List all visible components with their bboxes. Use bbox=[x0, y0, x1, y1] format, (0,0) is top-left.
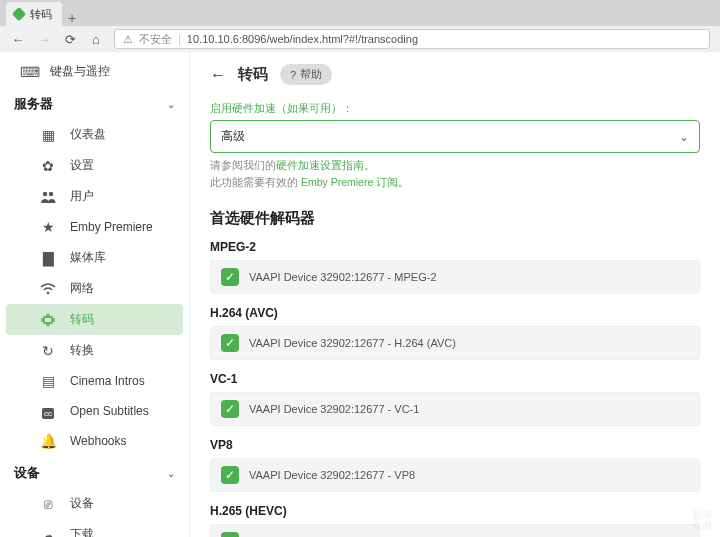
sidebar-item-subtitles[interactable]: cc Open Subtitles bbox=[0, 396, 189, 426]
url-text: 10.10.10.6:8096/web/index.html?#!/transc… bbox=[187, 33, 418, 45]
sidebar-section-devices[interactable]: 设备 ⌄ bbox=[0, 456, 189, 488]
gear-icon: ✿ bbox=[40, 158, 56, 174]
star-icon: ★ bbox=[40, 219, 56, 235]
sidebar-item-label: 媒体库 bbox=[70, 249, 106, 266]
decoder-device-row[interactable]: ✓VAAPI Device 32902:12677 - MPEG-2 bbox=[210, 260, 700, 294]
codec-label: VP8 bbox=[210, 438, 700, 452]
sidebar-item-label: 仪表盘 bbox=[70, 126, 106, 143]
device-label: VAAPI Device 32902:12677 - MPEG-2 bbox=[249, 271, 437, 283]
sidebar-item-label: 转码 bbox=[70, 311, 94, 328]
checkbox-checked-icon[interactable]: ✓ bbox=[221, 532, 239, 537]
svg-rect-3 bbox=[44, 317, 52, 323]
back-icon[interactable]: ← bbox=[10, 32, 26, 47]
device-label: VAAPI Device 32902:12677 - VC-1 bbox=[249, 403, 419, 415]
main-content: ← 转码 ? 帮助 启用硬件加速（如果可用）： 高级 ⌄ 请参阅我们的硬件加速设… bbox=[190, 52, 720, 537]
sync-icon: ↻ bbox=[40, 343, 56, 359]
home-icon[interactable]: ⌂ bbox=[88, 32, 104, 47]
sidebar-item-label: 键盘与遥控 bbox=[50, 63, 110, 80]
sidebar-item-settings[interactable]: ✿ 设置 bbox=[0, 150, 189, 181]
sidebar-item-label: 转换 bbox=[70, 342, 94, 359]
insecure-label: 不安全 bbox=[139, 32, 172, 47]
sidebar-item-cinema[interactable]: ▤ Cinema Intros bbox=[0, 366, 189, 396]
help-icon: ? bbox=[290, 69, 296, 81]
sidebar-item-label: 用户 bbox=[70, 188, 94, 205]
chevron-down-icon: ⌄ bbox=[167, 468, 175, 479]
sidebar-item-convert[interactable]: ↻ 转换 bbox=[0, 335, 189, 366]
forward-icon[interactable]: → bbox=[36, 32, 52, 47]
checkbox-checked-icon[interactable]: ✓ bbox=[221, 268, 239, 286]
codec-label: MPEG-2 bbox=[210, 240, 700, 254]
sidebar-item-label: 设备 bbox=[70, 495, 94, 512]
cc-icon: cc bbox=[40, 403, 56, 419]
help-button[interactable]: ? 帮助 bbox=[280, 64, 332, 85]
svg-point-1 bbox=[49, 191, 53, 195]
sidebar-item-label: 下载 bbox=[70, 526, 94, 537]
folder-icon: ▇ bbox=[40, 250, 56, 266]
codec-label: VC-1 bbox=[210, 372, 700, 386]
dropdown-value: 高级 bbox=[221, 128, 245, 145]
devices-icon: ⎚ bbox=[40, 496, 56, 512]
svg-point-0 bbox=[43, 191, 47, 195]
address-bar: ← → ⟳ ⌂ ⚠ 不安全 | 10.10.10.6:8096/web/inde… bbox=[0, 26, 720, 52]
sidebar-item-label: Webhooks bbox=[70, 434, 126, 448]
checkbox-checked-icon[interactable]: ✓ bbox=[221, 400, 239, 418]
hint-text: 请参阅我们的硬件加速设置指南。 此功能需要有效的 Emby Premiere 订… bbox=[210, 157, 700, 191]
reload-icon[interactable]: ⟳ bbox=[62, 32, 78, 47]
decoder-device-row[interactable]: ✓VAAPI Device 32902:12677 - VP8 bbox=[210, 458, 700, 492]
checkbox-checked-icon[interactable]: ✓ bbox=[221, 466, 239, 484]
hw-accel-label: 启用硬件加速（如果可用）： bbox=[210, 101, 700, 116]
sidebar: ⌨ 键盘与遥控 服务器 ⌄ ▦ 仪表盘 ✿ 设置 用户 ★ Emby Premi… bbox=[0, 52, 190, 537]
sidebar-item-label: 设置 bbox=[70, 157, 94, 174]
decoder-section-title: 首选硬件解码器 bbox=[210, 209, 700, 228]
sidebar-section-server[interactable]: 服务器 ⌄ bbox=[0, 87, 189, 119]
chevron-down-icon: ⌄ bbox=[167, 99, 175, 110]
sidebar-item-webhooks[interactable]: 🔔 Webhooks bbox=[0, 426, 189, 456]
sidebar-item-transcoding[interactable]: 转码 bbox=[6, 304, 183, 335]
sidebar-item-label: Cinema Intros bbox=[70, 374, 145, 388]
sidebar-item-label: Emby Premiere bbox=[70, 220, 153, 234]
premiere-link[interactable]: Emby Premiere 订阅 bbox=[301, 176, 398, 188]
sidebar-item-keyboard[interactable]: ⌨ 键盘与遥控 bbox=[0, 56, 189, 87]
bell-icon: 🔔 bbox=[40, 433, 56, 449]
sidebar-item-devices[interactable]: ⎚ 设备 bbox=[0, 488, 189, 519]
svg-point-2 bbox=[47, 291, 50, 294]
chevron-down-icon: ⌄ bbox=[679, 130, 689, 144]
back-button[interactable]: ← bbox=[210, 66, 226, 84]
codec-label: H.264 (AVC) bbox=[210, 306, 700, 320]
favicon-icon bbox=[12, 7, 26, 21]
new-tab-button[interactable]: + bbox=[62, 10, 82, 26]
transcode-icon bbox=[40, 313, 56, 327]
page-title: 转码 bbox=[238, 65, 268, 84]
checkbox-checked-icon[interactable]: ✓ bbox=[221, 334, 239, 352]
tab-title: 转码 bbox=[30, 7, 52, 22]
sidebar-item-download[interactable]: ☁ 下载 bbox=[0, 519, 189, 537]
codec-label: H.265 (HEVC) bbox=[210, 504, 700, 518]
url-input[interactable]: ⚠ 不安全 | 10.10.10.6:8096/web/index.html?#… bbox=[114, 29, 710, 49]
dashboard-icon: ▦ bbox=[40, 127, 56, 143]
keyboard-icon: ⌨ bbox=[20, 64, 36, 80]
page-header: ← 转码 ? 帮助 bbox=[210, 64, 700, 85]
decoder-device-row[interactable]: ✓VAAPI Device 32902:12677 - H.265 (HEVC) bbox=[210, 524, 700, 537]
users-icon bbox=[40, 190, 56, 204]
download-icon: ☁ bbox=[40, 527, 56, 538]
decoder-device-row[interactable]: ✓VAAPI Device 32902:12677 - VC-1 bbox=[210, 392, 700, 426]
tab-bar: 转码 + bbox=[0, 0, 720, 26]
sidebar-item-network[interactable]: 网络 bbox=[0, 273, 189, 304]
sidebar-item-premiere[interactable]: ★ Emby Premiere bbox=[0, 212, 189, 242]
film-icon: ▤ bbox=[40, 373, 56, 389]
hw-accel-dropdown[interactable]: 高级 ⌄ bbox=[210, 120, 700, 153]
browser-chrome: 转码 + ← → ⟳ ⌂ ⚠ 不安全 | 10.10.10.6:8096/web… bbox=[0, 0, 720, 52]
sidebar-item-label: Open Subtitles bbox=[70, 404, 149, 418]
sidebar-item-users[interactable]: 用户 bbox=[0, 181, 189, 212]
decoder-device-row[interactable]: ✓VAAPI Device 32902:12677 - H.264 (AVC) bbox=[210, 326, 700, 360]
sidebar-item-label: 网络 bbox=[70, 280, 94, 297]
device-label: VAAPI Device 32902:12677 - H.264 (AVC) bbox=[249, 337, 456, 349]
browser-tab[interactable]: 转码 bbox=[6, 2, 62, 26]
app-container: ⌨ 键盘与遥控 服务器 ⌄ ▦ 仪表盘 ✿ 设置 用户 ★ Emby Premi… bbox=[0, 52, 720, 537]
insecure-icon: ⚠ bbox=[123, 33, 133, 46]
sidebar-item-dashboard[interactable]: ▦ 仪表盘 bbox=[0, 119, 189, 150]
wifi-icon bbox=[40, 283, 56, 295]
device-label: VAAPI Device 32902:12677 - VP8 bbox=[249, 469, 415, 481]
hw-guide-link[interactable]: 硬件加速设置指南 bbox=[276, 159, 364, 171]
sidebar-item-library[interactable]: ▇ 媒体库 bbox=[0, 242, 189, 273]
